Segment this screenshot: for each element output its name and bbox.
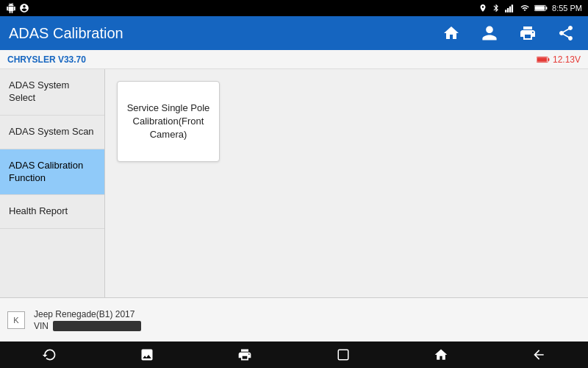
svg-rect-0 — [505, 10, 506, 12]
battery-icon — [534, 4, 548, 13]
content-area: Service Single Pole Calibration(Front Ca… — [105, 69, 588, 297]
time-display: 8:55 PM — [552, 4, 582, 13]
svg-rect-6 — [535, 6, 545, 10]
recent-apps-button[interactable] — [35, 342, 64, 368]
android-nav-bar — [0, 342, 588, 368]
vehicle-name: Jeep Renegade(B1) 2017 — [34, 309, 141, 319]
square-icon — [337, 348, 350, 361]
back-button[interactable] — [524, 342, 553, 368]
svg-rect-2 — [509, 7, 511, 13]
export-button[interactable] — [553, 20, 579, 46]
sidebar-item-adas-calibration-function[interactable]: ADAS Calibration Function — [0, 149, 104, 196]
header-icon-group — [438, 20, 579, 46]
main-content: ADAS System Select ADAS System Scan ADAS… — [0, 69, 588, 297]
version-label: CHRYSLER V33.70 — [7, 54, 86, 65]
app-title: ADAS Calibration — [9, 25, 123, 42]
sidebar: ADAS System Select ADAS System Scan ADAS… — [0, 69, 105, 297]
app-header: ADAS Calibration — [0, 16, 588, 50]
location-icon — [478, 4, 487, 13]
wifi-icon — [520, 4, 530, 13]
signal-icon — [505, 4, 515, 13]
user-button[interactable] — [476, 20, 503, 46]
vehicle-info: Jeep Renegade(B1) 2017 VIN — [34, 309, 141, 331]
screenshot-button[interactable] — [132, 342, 162, 368]
sub-header: CHRYSLER V33.70 12.13V — [0, 50, 588, 69]
bluetooth-icon — [492, 4, 501, 13]
svg-rect-3 — [512, 4, 513, 12]
status-bar-right: 8:55 PM — [478, 4, 582, 13]
vin-label: VIN — [34, 321, 49, 331]
vin-value — [53, 321, 141, 331]
sidebar-item-adas-system-select[interactable]: ADAS System Select — [0, 69, 104, 116]
overview-button[interactable] — [329, 342, 358, 368]
svg-rect-8 — [548, 58, 550, 61]
collapse-button[interactable]: K — [7, 311, 25, 329]
svg-rect-1 — [507, 8, 509, 13]
vin-row: VIN — [34, 321, 141, 331]
nav-home-button[interactable] — [426, 342, 456, 368]
service-single-pole-card[interactable]: Service Single Pole Calibration(Front Ca… — [117, 81, 220, 162]
svg-rect-9 — [537, 57, 547, 61]
sidebar-item-adas-system-scan[interactable]: ADAS System Scan — [0, 116, 104, 149]
nav-print-button[interactable] — [230, 342, 259, 368]
settings-icon-status — [19, 3, 29, 13]
status-bar: 8:55 PM — [0, 0, 588, 16]
print-button[interactable] — [514, 20, 541, 46]
sidebar-item-health-report[interactable]: Health Report — [0, 195, 104, 229]
bottom-panel: K Jeep Renegade(B1) 2017 VIN — [0, 297, 588, 342]
android-icon — [6, 3, 16, 13]
battery-info: 12.13V — [537, 54, 581, 65]
home-button[interactable] — [438, 20, 465, 46]
svg-rect-10 — [338, 350, 348, 360]
battery-icon-sub — [537, 55, 550, 64]
battery-voltage: 12.13V — [553, 54, 581, 65]
status-bar-left — [6, 3, 29, 13]
svg-rect-5 — [546, 7, 548, 10]
